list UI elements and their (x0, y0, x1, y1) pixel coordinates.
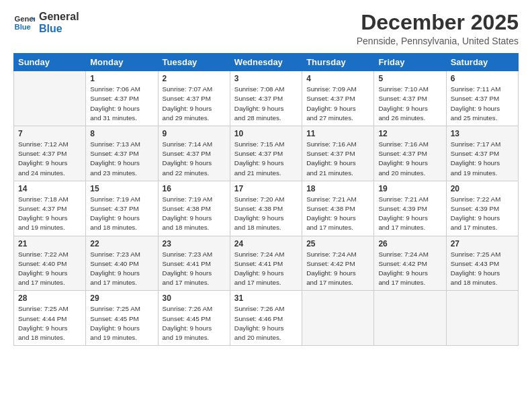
table-row: 19Sunrise: 7:21 AMSunset: 4:39 PMDayligh… (374, 181, 446, 236)
day-info: Sunrise: 7:19 AMSunset: 4:38 PMDaylight:… (163, 195, 226, 233)
table-row: 8Sunrise: 7:13 AMSunset: 4:37 PMDaylight… (86, 126, 158, 181)
day-number: 10 (234, 129, 298, 138)
table-row: 6Sunrise: 7:11 AMSunset: 4:37 PMDaylight… (446, 71, 518, 126)
table-row: 1Sunrise: 7:06 AMSunset: 4:37 PMDaylight… (86, 71, 158, 126)
day-info: Sunrise: 7:22 AMSunset: 4:39 PMDaylight:… (451, 195, 514, 233)
calendar-week-row: 21Sunrise: 7:22 AMSunset: 4:40 PMDayligh… (14, 236, 519, 291)
table-row: 29Sunrise: 7:25 AMSunset: 4:45 PMDayligh… (86, 291, 158, 346)
table-row: 20Sunrise: 7:22 AMSunset: 4:39 PMDayligh… (446, 181, 518, 236)
day-info: Sunrise: 7:23 AMSunset: 4:40 PMDaylight:… (90, 250, 153, 288)
day-info: Sunrise: 7:24 AMSunset: 4:42 PMDaylight:… (378, 250, 441, 288)
day-info: Sunrise: 7:20 AMSunset: 4:38 PMDaylight:… (234, 195, 298, 233)
day-number: 24 (234, 239, 298, 248)
table-row: 7Sunrise: 7:12 AMSunset: 4:37 PMDaylight… (14, 126, 86, 181)
calendar-header-row: Sunday Monday Tuesday Wednesday Thursday… (14, 54, 519, 71)
col-tuesday: Tuesday (158, 54, 230, 71)
logo-text: General Blue (39, 11, 79, 34)
location-subtitle: Pennside, Pennsylvania, United States (357, 36, 519, 46)
calendar-week-row: 14Sunrise: 7:18 AMSunset: 4:37 PMDayligh… (14, 181, 519, 236)
table-row: 9Sunrise: 7:14 AMSunset: 4:37 PMDaylight… (158, 126, 230, 181)
day-info: Sunrise: 7:08 AMSunset: 4:37 PMDaylight:… (234, 85, 298, 123)
day-info: Sunrise: 7:22 AMSunset: 4:40 PMDaylight:… (18, 250, 81, 288)
day-number: 3 (234, 74, 298, 83)
table-row: 30Sunrise: 7:26 AMSunset: 4:45 PMDayligh… (158, 291, 230, 346)
day-number: 21 (18, 239, 81, 248)
day-number: 20 (451, 184, 514, 193)
month-title: December 2025 (357, 11, 519, 34)
day-number: 9 (163, 129, 226, 138)
table-row: 12Sunrise: 7:16 AMSunset: 4:37 PMDayligh… (374, 126, 446, 181)
table-row: 15Sunrise: 7:19 AMSunset: 4:37 PMDayligh… (86, 181, 158, 236)
page-header: General Blue General Blue December 2025 … (13, 11, 519, 46)
day-info: Sunrise: 7:15 AMSunset: 4:37 PMDaylight:… (234, 140, 298, 178)
table-row: 28Sunrise: 7:25 AMSunset: 4:44 PMDayligh… (14, 291, 86, 346)
day-number: 17 (234, 184, 298, 193)
day-number: 22 (90, 239, 153, 248)
logo: General Blue General Blue (13, 11, 79, 34)
table-row (302, 291, 374, 346)
day-number: 13 (451, 129, 514, 138)
table-row: 16Sunrise: 7:19 AMSunset: 4:38 PMDayligh… (158, 181, 230, 236)
table-row: 18Sunrise: 7:21 AMSunset: 4:38 PMDayligh… (302, 181, 374, 236)
table-row (446, 291, 518, 346)
day-info: Sunrise: 7:06 AMSunset: 4:37 PMDaylight:… (90, 85, 153, 123)
table-row: 23Sunrise: 7:23 AMSunset: 4:41 PMDayligh… (158, 236, 230, 291)
day-info: Sunrise: 7:16 AMSunset: 4:37 PMDaylight:… (306, 140, 369, 178)
day-number: 2 (163, 74, 226, 83)
calendar-week-row: 1Sunrise: 7:06 AMSunset: 4:37 PMDaylight… (14, 71, 519, 126)
title-area: December 2025 Pennside, Pennsylvania, Un… (357, 11, 519, 46)
table-row: 31Sunrise: 7:26 AMSunset: 4:46 PMDayligh… (230, 291, 302, 346)
col-saturday: Saturday (446, 54, 518, 71)
day-info: Sunrise: 7:21 AMSunset: 4:39 PMDaylight:… (378, 195, 441, 233)
day-info: Sunrise: 7:10 AMSunset: 4:37 PMDaylight:… (378, 85, 441, 123)
day-number: 11 (306, 129, 369, 138)
day-number: 6 (451, 74, 514, 83)
logo-blue: Blue (39, 23, 62, 34)
day-number: 1 (90, 74, 153, 83)
day-info: Sunrise: 7:24 AMSunset: 4:41 PMDaylight:… (234, 250, 298, 288)
day-number: 5 (378, 74, 441, 83)
day-number: 8 (90, 129, 153, 138)
day-info: Sunrise: 7:26 AMSunset: 4:45 PMDaylight:… (163, 304, 226, 342)
table-row: 21Sunrise: 7:22 AMSunset: 4:40 PMDayligh… (14, 236, 86, 291)
day-info: Sunrise: 7:19 AMSunset: 4:37 PMDaylight:… (90, 195, 153, 233)
day-info: Sunrise: 7:26 AMSunset: 4:46 PMDaylight:… (234, 304, 298, 342)
day-number: 30 (163, 293, 226, 303)
table-row: 17Sunrise: 7:20 AMSunset: 4:38 PMDayligh… (230, 181, 302, 236)
table-row: 22Sunrise: 7:23 AMSunset: 4:40 PMDayligh… (86, 236, 158, 291)
day-info: Sunrise: 7:21 AMSunset: 4:38 PMDaylight:… (306, 195, 369, 233)
table-row: 13Sunrise: 7:17 AMSunset: 4:37 PMDayligh… (446, 126, 518, 181)
day-number: 27 (451, 239, 514, 248)
table-row: 26Sunrise: 7:24 AMSunset: 4:42 PMDayligh… (374, 236, 446, 291)
col-thursday: Thursday (302, 54, 374, 71)
table-row: 25Sunrise: 7:24 AMSunset: 4:42 PMDayligh… (302, 236, 374, 291)
day-number: 4 (306, 74, 369, 83)
day-number: 23 (163, 239, 226, 248)
table-row (14, 71, 86, 126)
day-info: Sunrise: 7:11 AMSunset: 4:37 PMDaylight:… (451, 85, 514, 123)
col-monday: Monday (86, 54, 158, 71)
day-number: 19 (378, 184, 441, 193)
day-info: Sunrise: 7:25 AMSunset: 4:45 PMDaylight:… (90, 304, 153, 342)
svg-text:Blue: Blue (15, 22, 31, 30)
day-number: 14 (18, 184, 81, 193)
col-sunday: Sunday (14, 54, 86, 71)
day-number: 7 (18, 129, 81, 138)
table-row: 14Sunrise: 7:18 AMSunset: 4:37 PMDayligh… (14, 181, 86, 236)
day-info: Sunrise: 7:13 AMSunset: 4:37 PMDaylight:… (90, 140, 153, 178)
col-wednesday: Wednesday (230, 54, 302, 71)
day-info: Sunrise: 7:25 AMSunset: 4:44 PMDaylight:… (18, 304, 81, 342)
day-number: 26 (378, 239, 441, 248)
calendar-week-row: 7Sunrise: 7:12 AMSunset: 4:37 PMDaylight… (14, 126, 519, 181)
table-row (374, 291, 446, 346)
day-number: 16 (163, 184, 226, 193)
table-row: 24Sunrise: 7:24 AMSunset: 4:41 PMDayligh… (230, 236, 302, 291)
day-number: 15 (90, 184, 153, 193)
day-number: 12 (378, 129, 441, 138)
table-row: 2Sunrise: 7:07 AMSunset: 4:37 PMDaylight… (158, 71, 230, 126)
day-info: Sunrise: 7:12 AMSunset: 4:37 PMDaylight:… (18, 140, 81, 178)
calendar-week-row: 28Sunrise: 7:25 AMSunset: 4:44 PMDayligh… (14, 291, 519, 346)
day-number: 28 (18, 293, 81, 303)
calendar-table: Sunday Monday Tuesday Wednesday Thursday… (13, 53, 519, 346)
day-info: Sunrise: 7:25 AMSunset: 4:43 PMDaylight:… (451, 250, 514, 288)
